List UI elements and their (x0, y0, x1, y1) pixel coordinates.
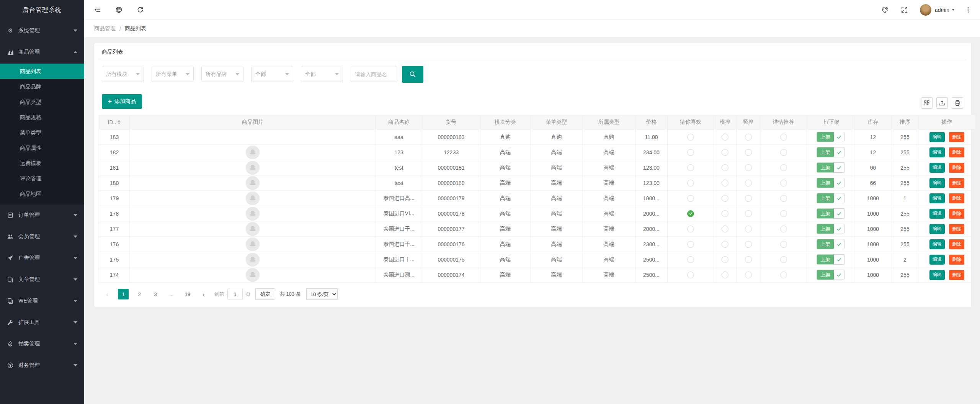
print-icon[interactable] (952, 97, 963, 109)
detail-rec-toggle[interactable] (780, 210, 787, 217)
vertical-toggle[interactable] (745, 210, 752, 217)
refresh-icon[interactable] (136, 5, 145, 15)
delete-button[interactable]: 删除 (949, 224, 964, 234)
vertical-toggle[interactable] (745, 272, 752, 278)
fullscreen-icon[interactable] (900, 5, 909, 15)
detail-rec-toggle[interactable] (780, 226, 787, 232)
sidebar-item-goods[interactable]: 商品管理 (0, 41, 84, 63)
goto-confirm-button[interactable]: 确定 (255, 288, 275, 300)
prev-page-button[interactable]: ‹ (102, 289, 113, 299)
brand-filter-select[interactable]: 所有品牌 (201, 67, 243, 82)
edit-button[interactable]: 编辑 (929, 163, 945, 173)
horizontal-toggle[interactable] (722, 272, 728, 278)
columns-filter-icon[interactable] (921, 97, 933, 109)
like-toggle[interactable] (687, 164, 694, 171)
delete-button[interactable]: 删除 (949, 163, 964, 173)
detail-rec-toggle[interactable] (780, 241, 787, 248)
edit-button[interactable]: 编辑 (929, 132, 945, 142)
sidebar-item-menu-type[interactable]: 菜单类型 (0, 125, 84, 140)
menu-filter-select[interactable]: 所有菜单 (152, 67, 194, 82)
like-toggle[interactable] (687, 210, 694, 217)
shelf-switch[interactable]: 上架 (817, 162, 844, 173)
shelf-switch[interactable]: 上架 (817, 132, 844, 142)
sidebar-item-goods-attr[interactable]: 商品属性 (0, 140, 84, 155)
sidebar-item-goods-area[interactable]: 商品地区 (0, 186, 84, 201)
delete-button[interactable]: 删除 (949, 193, 964, 203)
sidebar-item-articles[interactable]: 文章管理 (0, 269, 84, 290)
like-toggle[interactable] (687, 180, 694, 186)
shelf-switch[interactable]: 上架 (817, 239, 844, 249)
search-input[interactable] (351, 67, 397, 82)
sidebar-item-goods-type[interactable]: 商品类型 (0, 94, 84, 110)
product-image-placeholder[interactable] (246, 191, 260, 205)
theme-palette-icon[interactable] (881, 5, 890, 15)
like-toggle[interactable] (687, 134, 694, 141)
per-page-select[interactable]: 10 条/页 (306, 288, 338, 300)
sidebar-item-finance[interactable]: 财务管理 (0, 355, 84, 376)
username[interactable]: admin (935, 7, 949, 13)
vertical-toggle[interactable] (745, 164, 752, 171)
product-image-placeholder[interactable] (246, 268, 260, 282)
vertical-toggle[interactable] (745, 195, 752, 202)
product-image-placeholder[interactable] (246, 237, 260, 251)
horizontal-toggle[interactable] (722, 195, 728, 202)
edit-button[interactable]: 编辑 (929, 147, 945, 157)
delete-button[interactable]: 删除 (949, 178, 964, 188)
language-globe-icon[interactable] (114, 5, 123, 15)
horizontal-toggle[interactable] (722, 210, 728, 217)
sidebar-item-members[interactable]: 会员管理 (0, 226, 84, 247)
delete-button[interactable]: 删除 (949, 147, 964, 157)
detail-rec-toggle[interactable] (780, 256, 787, 263)
edit-button[interactable]: 编辑 (929, 178, 945, 188)
avatar[interactable] (920, 4, 931, 16)
edit-button[interactable]: 编辑 (929, 255, 945, 265)
like-toggle[interactable] (687, 256, 694, 263)
horizontal-toggle[interactable] (722, 164, 728, 171)
type-filter-select-2[interactable]: 全部 (301, 67, 343, 82)
sidebar-item-tools[interactable]: 扩展工具 (0, 312, 84, 333)
detail-rec-toggle[interactable] (780, 195, 787, 202)
product-image-placeholder[interactable] (246, 207, 260, 221)
shelf-switch[interactable]: 上架 (817, 224, 844, 234)
more-options-icon[interactable] (965, 7, 972, 13)
sidebar-item-freight-template[interactable]: 运费模板 (0, 155, 84, 171)
detail-rec-toggle[interactable] (780, 149, 787, 156)
add-goods-button[interactable]: + 添加商品 (102, 94, 142, 109)
sidebar-item-auction[interactable]: 拍卖管理 (0, 333, 84, 355)
horizontal-toggle[interactable] (722, 226, 728, 232)
module-filter-select[interactable]: 所有模块 (102, 67, 144, 82)
delete-button[interactable]: 删除 (949, 132, 964, 142)
next-page-button[interactable]: › (198, 289, 209, 299)
export-icon[interactable] (936, 97, 948, 109)
sort-icon[interactable] (118, 120, 121, 124)
product-image-placeholder[interactable] (246, 176, 260, 190)
sidebar-item-ads[interactable]: 广告管理 (0, 247, 84, 269)
delete-button[interactable]: 删除 (949, 255, 964, 265)
like-toggle[interactable] (687, 195, 694, 202)
shelf-switch[interactable]: 上架 (817, 178, 844, 188)
shelf-switch[interactable]: 上架 (817, 270, 844, 280)
sidebar-item-system[interactable]: ⚙ 系统管理 (0, 20, 84, 41)
delete-button[interactable]: 删除 (949, 239, 964, 249)
edit-button[interactable]: 编辑 (929, 193, 945, 203)
page-19-button[interactable]: 19 (182, 289, 193, 299)
collapse-menu-icon[interactable] (93, 5, 102, 15)
page-1-button[interactable]: 1 (118, 289, 129, 299)
breadcrumb-section[interactable]: 商品管理 (94, 25, 116, 32)
horizontal-toggle[interactable] (722, 180, 728, 186)
sidebar-item-comment-manage[interactable]: 评论管理 (0, 171, 84, 186)
edit-button[interactable]: 编辑 (929, 270, 945, 280)
chevron-down-icon[interactable] (952, 9, 955, 11)
horizontal-toggle[interactable] (722, 134, 728, 141)
sidebar-item-orders[interactable]: 订单管理 (0, 204, 84, 226)
edit-button[interactable]: 编辑 (929, 239, 945, 249)
detail-rec-toggle[interactable] (780, 272, 787, 278)
edit-button[interactable]: 编辑 (929, 224, 945, 234)
sidebar-item-goods-brand[interactable]: 商品品牌 (0, 79, 84, 94)
detail-rec-toggle[interactable] (780, 180, 787, 186)
delete-button[interactable]: 删除 (949, 270, 964, 280)
shelf-switch[interactable]: 上架 (817, 208, 844, 219)
detail-rec-toggle[interactable] (780, 164, 787, 171)
type-filter-select-1[interactable]: 全部 (251, 67, 293, 82)
shelf-switch[interactable]: 上架 (817, 193, 844, 203)
